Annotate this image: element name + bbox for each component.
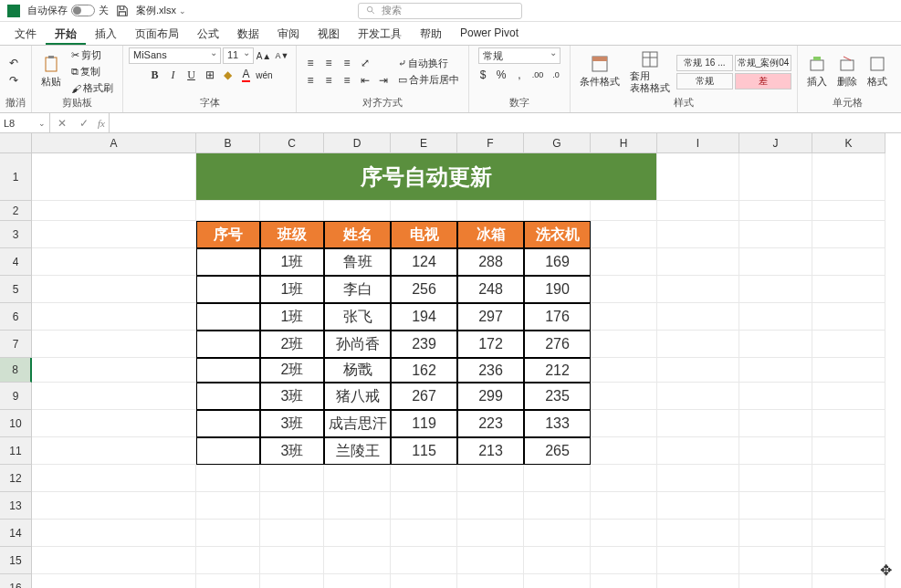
table-cell[interactable]: 3班 bbox=[260, 437, 324, 465]
delete-cells-button[interactable]: 删除 bbox=[833, 53, 861, 90]
cell-K10[interactable] bbox=[812, 410, 885, 437]
table-cell[interactable]: 194 bbox=[391, 303, 457, 331]
cell-D14[interactable] bbox=[324, 520, 391, 547]
row-header-16[interactable]: 16 bbox=[0, 574, 32, 588]
table-header[interactable]: 班级 bbox=[260, 221, 324, 248]
cell-C16[interactable] bbox=[260, 574, 324, 588]
table-cell[interactable]: 176 bbox=[524, 303, 591, 331]
col-header-D[interactable]: D bbox=[324, 133, 391, 153]
orientation-button[interactable]: ⤢ bbox=[357, 55, 373, 71]
cell-I12[interactable] bbox=[657, 465, 739, 492]
toggle-switch-icon[interactable] bbox=[71, 5, 95, 16]
autosave-toggle[interactable]: 自动保存 关 bbox=[27, 4, 109, 17]
col-header-H[interactable]: H bbox=[591, 133, 657, 153]
cell-C12[interactable] bbox=[260, 465, 324, 492]
select-all-corner[interactable] bbox=[0, 133, 32, 153]
cell-H4[interactable] bbox=[591, 248, 657, 276]
table-cell[interactable]: 288 bbox=[457, 248, 524, 276]
cell-F14[interactable] bbox=[457, 520, 524, 547]
save-icon[interactable] bbox=[116, 5, 129, 17]
number-format-dropdown[interactable]: 常规 bbox=[478, 47, 561, 64]
col-header-J[interactable]: J bbox=[739, 133, 812, 153]
cell-I7[interactable] bbox=[657, 331, 739, 358]
cell-K7[interactable] bbox=[812, 331, 885, 358]
cell-K14[interactable] bbox=[812, 520, 885, 547]
table-cell[interactable]: 248 bbox=[457, 276, 524, 303]
cell-A8[interactable] bbox=[32, 358, 196, 383]
cell-D15[interactable] bbox=[324, 547, 391, 574]
align-right-button[interactable]: ≡ bbox=[339, 72, 355, 89]
cell-A13[interactable] bbox=[32, 492, 196, 520]
table-cell[interactable]: 猪八戒 bbox=[324, 383, 391, 410]
col-header-C[interactable]: C bbox=[260, 133, 324, 153]
cell-J6[interactable] bbox=[739, 303, 812, 331]
table-cell[interactable]: 孙尚香 bbox=[324, 331, 391, 358]
align-center-button[interactable]: ≡ bbox=[320, 72, 337, 89]
font-family-dropdown[interactable]: MiSans bbox=[129, 47, 221, 64]
italic-button[interactable]: I bbox=[165, 67, 182, 83]
cell-E14[interactable] bbox=[391, 520, 457, 547]
cell-J2[interactable] bbox=[739, 201, 812, 221]
percent-button[interactable]: % bbox=[493, 67, 509, 83]
cell-F16[interactable] bbox=[457, 574, 524, 588]
cell-K3[interactable] bbox=[812, 221, 885, 248]
cell-D2[interactable] bbox=[324, 201, 391, 221]
table-cell[interactable] bbox=[196, 437, 260, 465]
cell-A4[interactable] bbox=[32, 248, 196, 276]
cell-G2[interactable] bbox=[524, 201, 591, 221]
cell-G12[interactable] bbox=[524, 465, 591, 492]
cell-B12[interactable] bbox=[196, 465, 260, 492]
table-format-button[interactable]: 套用 表格格式 bbox=[626, 48, 674, 94]
col-header-G[interactable]: G bbox=[524, 133, 591, 153]
table-cell[interactable] bbox=[196, 303, 260, 331]
cell-H10[interactable] bbox=[591, 410, 657, 437]
cell-H16[interactable] bbox=[591, 574, 657, 588]
cell-I14[interactable] bbox=[657, 520, 739, 547]
row-header-3[interactable]: 3 bbox=[0, 221, 32, 248]
cell-J16[interactable] bbox=[739, 574, 812, 588]
cell-I16[interactable] bbox=[657, 574, 739, 588]
table-cell[interactable]: 2班 bbox=[260, 358, 324, 383]
cell-style-2[interactable]: 常规_案例04 ... bbox=[735, 55, 791, 71]
cell-I9[interactable] bbox=[657, 383, 739, 410]
copy-button[interactable]: ⧉ 复制 bbox=[68, 64, 117, 79]
tab-文件[interactable]: 文件 bbox=[5, 22, 46, 45]
align-bottom-button[interactable]: ≡ bbox=[339, 55, 355, 71]
row-header-4[interactable]: 4 bbox=[0, 248, 32, 276]
tab-页面布局[interactable]: 页面布局 bbox=[126, 22, 188, 45]
table-cell[interactable]: 213 bbox=[457, 437, 524, 465]
cell-K11[interactable] bbox=[812, 437, 885, 465]
format-cells-button[interactable]: 格式 bbox=[864, 53, 891, 90]
cell-A15[interactable] bbox=[32, 547, 196, 574]
comma-button[interactable]: , bbox=[511, 67, 528, 83]
cell-K15[interactable] bbox=[812, 547, 885, 574]
cell-D13[interactable] bbox=[324, 492, 391, 520]
table-cell[interactable]: 成吉思汗 bbox=[324, 410, 391, 437]
confirm-formula-button[interactable]: ✓ bbox=[76, 115, 92, 131]
cell-A9[interactable] bbox=[32, 383, 196, 410]
wrap-text-button[interactable]: ⤶ 自动换行 bbox=[394, 56, 463, 71]
cell-B2[interactable] bbox=[196, 201, 260, 221]
table-cell[interactable]: 239 bbox=[391, 331, 457, 358]
row-header-10[interactable]: 10 bbox=[0, 410, 32, 437]
cell-I8[interactable] bbox=[657, 358, 739, 383]
table-cell[interactable] bbox=[196, 276, 260, 303]
cell-J4[interactable] bbox=[739, 248, 812, 276]
row-header-5[interactable]: 5 bbox=[0, 276, 32, 303]
table-cell[interactable] bbox=[196, 410, 260, 437]
cell-F13[interactable] bbox=[457, 492, 524, 520]
cell-H12[interactable] bbox=[591, 465, 657, 492]
filename-dropdown[interactable]: 案例.xlsx ⌄ bbox=[136, 4, 186, 17]
cell-J10[interactable] bbox=[739, 410, 812, 437]
name-box[interactable]: L8 ⌄ bbox=[0, 113, 50, 132]
phonetic-button[interactable]: wén bbox=[257, 67, 273, 83]
cell-E13[interactable] bbox=[391, 492, 457, 520]
cell-A1[interactable] bbox=[32, 153, 196, 201]
indent-decrease-button[interactable]: ⇤ bbox=[357, 72, 373, 89]
table-cell[interactable]: 212 bbox=[524, 358, 591, 383]
table-cell[interactable]: 223 bbox=[457, 410, 524, 437]
cell-I2[interactable] bbox=[657, 201, 739, 221]
table-cell[interactable]: 鲁班 bbox=[324, 248, 391, 276]
table-cell[interactable]: 190 bbox=[524, 276, 591, 303]
cell-A3[interactable] bbox=[32, 221, 196, 248]
